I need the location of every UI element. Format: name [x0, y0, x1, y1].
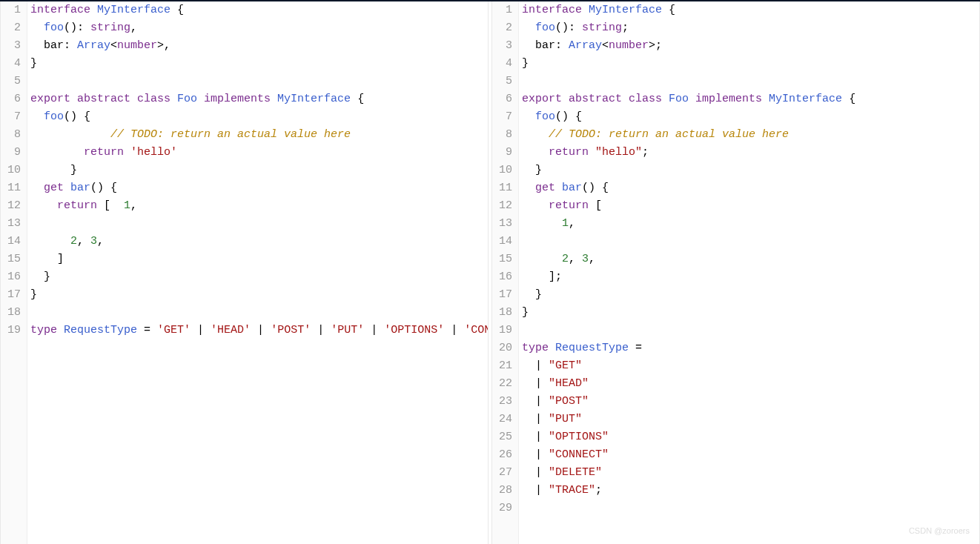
- code-line[interactable]: | "GET": [522, 357, 979, 375]
- code-line[interactable]: 2, 3,: [522, 251, 979, 268]
- code-token: "HEAD": [549, 377, 589, 390]
- code-line[interactable]: [522, 322, 979, 339]
- code-token: [522, 217, 562, 230]
- code-line[interactable]: }: [522, 304, 979, 322]
- code-token: foo: [44, 110, 64, 123]
- code-line[interactable]: }: [522, 286, 979, 304]
- line-number: 10: [497, 162, 512, 179]
- code-token: |: [522, 413, 549, 425]
- code-token: >,: [157, 39, 170, 52]
- code-token: return: [57, 199, 104, 212]
- code-token: |: [364, 324, 384, 336]
- code-line[interactable]: return [ 1,: [30, 197, 488, 215]
- code-line[interactable]: interface MyInterface {: [30, 1, 488, 19]
- left-code[interactable]: interface MyInterface { foo(): string, b…: [27, 1, 488, 544]
- right-pane[interactable]: 1234567891011121314151617181920212223242…: [491, 1, 980, 544]
- code-token: ():: [555, 21, 582, 34]
- code-token: {: [842, 93, 855, 105]
- code-line[interactable]: [30, 73, 488, 90]
- code-line[interactable]: bar: Array<number>,: [30, 37, 488, 55]
- code-line[interactable]: }: [30, 268, 488, 286]
- code-token: [: [595, 199, 602, 212]
- code-line[interactable]: ];: [522, 268, 979, 286]
- code-token: export: [30, 93, 77, 105]
- code-line[interactable]: }: [30, 162, 488, 179]
- code-line[interactable]: foo(): string,: [30, 19, 488, 37]
- code-line[interactable]: [522, 233, 979, 251]
- code-line[interactable]: 2, 3,: [30, 233, 488, 251]
- code-line[interactable]: return [: [522, 197, 979, 215]
- code-token: >;: [649, 39, 662, 52]
- code-token: type: [30, 324, 64, 336]
- code-line[interactable]: // TODO: return an actual value here: [522, 126, 979, 144]
- code-line[interactable]: | "DELETE": [522, 464, 979, 482]
- line-number: 14: [5, 233, 21, 251]
- code-line[interactable]: return "hello";: [522, 144, 979, 162]
- code-token: [689, 93, 695, 105]
- code-token: ]: [30, 253, 64, 265]
- code-token: [30, 146, 84, 159]
- code-line[interactable]: ]: [30, 251, 488, 268]
- code-line[interactable]: | "POST": [522, 393, 979, 411]
- code-line[interactable]: [522, 73, 979, 90]
- code-token: "TRACE": [549, 484, 595, 497]
- code-line[interactable]: | "CONNECT": [522, 446, 979, 464]
- code-line[interactable]: | "OPTIONS": [522, 428, 979, 446]
- line-number: 16: [5, 268, 21, 286]
- code-line[interactable]: // TODO: return an actual value here: [30, 126, 488, 144]
- code-line[interactable]: | "TRACE";: [522, 482, 979, 500]
- code-token: interface: [522, 4, 589, 16]
- code-line[interactable]: [30, 215, 488, 233]
- code-token: [522, 128, 549, 141]
- line-number: 29: [497, 500, 512, 517]
- code-line[interactable]: 1,: [522, 215, 979, 233]
- code-token: [30, 182, 44, 194]
- watermark: CSDN @zoroers: [909, 522, 970, 540]
- code-line[interactable]: bar: Array<number>;: [522, 37, 979, 55]
- line-number: 5: [497, 73, 512, 90]
- code-token: foo: [44, 21, 64, 34]
- code-token: |: [251, 324, 271, 336]
- line-number: 2: [5, 19, 21, 37]
- code-line[interactable]: | "PUT": [522, 411, 979, 428]
- code-line[interactable]: [30, 304, 488, 322]
- code-token: [30, 199, 57, 212]
- code-token: |: [522, 395, 549, 408]
- left-pane[interactable]: 12345678910111213141516171819 interface …: [0, 1, 489, 544]
- code-token: 3: [582, 253, 589, 265]
- code-line[interactable]: | "HEAD": [522, 375, 979, 393]
- code-line[interactable]: interface MyInterface {: [522, 1, 979, 19]
- code-token: ;: [642, 146, 649, 159]
- code-token: |: [191, 324, 211, 336]
- code-line[interactable]: }: [30, 55, 488, 73]
- code-line[interactable]: foo() {: [30, 108, 488, 126]
- code-line[interactable]: foo() {: [522, 108, 979, 126]
- line-number: 18: [5, 304, 21, 322]
- code-token: bar:: [30, 39, 77, 52]
- line-number: 9: [5, 144, 21, 162]
- code-line[interactable]: }: [30, 286, 488, 304]
- code-token: }: [522, 57, 529, 70]
- code-token: foo: [535, 21, 555, 34]
- code-line[interactable]: }: [522, 162, 979, 179]
- code-line[interactable]: type RequestType =: [522, 339, 979, 357]
- code-token: // TODO: return an actual value here: [110, 128, 351, 141]
- code-line[interactable]: type RequestType = 'GET' | 'HEAD' | 'POS…: [30, 322, 488, 339]
- line-number: 17: [497, 286, 512, 304]
- line-number: 12: [5, 197, 21, 215]
- code-token: 'OPTIONS': [384, 324, 444, 336]
- code-line[interactable]: export abstract class Foo implements MyI…: [522, 90, 979, 108]
- code-token: return: [549, 146, 595, 159]
- code-token: [522, 199, 549, 212]
- code-line[interactable]: [522, 500, 979, 517]
- code-line[interactable]: }: [522, 55, 979, 73]
- right-code[interactable]: interface MyInterface { foo(): string; b…: [519, 1, 979, 544]
- code-token: return: [84, 146, 130, 159]
- code-line[interactable]: get bar() {: [30, 179, 488, 197]
- code-line[interactable]: return 'hello': [30, 144, 488, 162]
- code-line[interactable]: export abstract class Foo implements MyI…: [30, 90, 488, 108]
- code-token: number: [117, 39, 157, 52]
- code-token: [522, 253, 562, 265]
- code-line[interactable]: get bar() {: [522, 179, 979, 197]
- code-line[interactable]: foo(): string;: [522, 19, 979, 37]
